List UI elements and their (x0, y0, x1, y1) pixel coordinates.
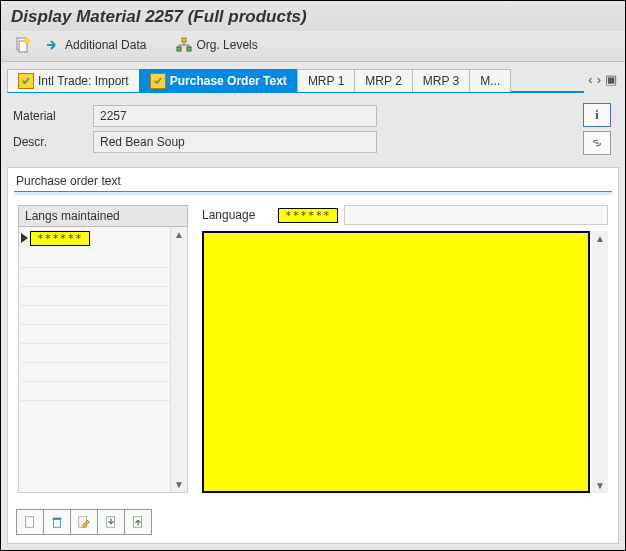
content: Material 2257 Descr. Red Bean Soup i Pur… (1, 93, 625, 550)
new-button[interactable] (11, 35, 35, 55)
tab-mrp-3[interactable]: MRP 3 (412, 69, 470, 92)
table-row[interactable] (19, 325, 170, 344)
langs-header: Langs maintained (18, 205, 188, 227)
page-copy-in-icon (104, 515, 118, 529)
page-icon (23, 515, 37, 529)
svg-rect-3 (182, 38, 186, 42)
language-value: ****** (278, 208, 338, 223)
tab-label: Intl Trade: Import (38, 74, 129, 88)
tabstrip: Intl Trade: Import Purchase Order Text M… (1, 62, 625, 93)
svg-point-2 (24, 38, 30, 44)
table-row[interactable] (19, 344, 170, 363)
header: Display Material 2257 (Full products) (1, 1, 625, 31)
delete-button[interactable] (43, 509, 71, 535)
tab-badge-icon (150, 73, 166, 89)
editor-scrollbar[interactable]: ▲ ▼ (592, 231, 608, 493)
language-label: Language (202, 208, 272, 222)
material-label: Material (13, 109, 93, 123)
table-row[interactable] (19, 268, 170, 287)
svg-rect-8 (53, 518, 62, 520)
descr-value: Red Bean Soup (93, 131, 377, 153)
tab-more[interactable]: M... (469, 69, 511, 92)
app-root: Display Material 2257 (Full products) Ad… (0, 0, 626, 551)
info-button[interactable]: i (583, 103, 611, 127)
scroll-up-icon[interactable]: ▲ (595, 233, 605, 244)
tab-label: MRP 1 (308, 74, 344, 88)
tab-scroll-right[interactable]: › (597, 72, 601, 87)
copy-out-button[interactable] (124, 509, 152, 535)
purchase-order-text-panel: Purchase order text Langs maintained ***… (7, 167, 619, 544)
page-copy-out-icon (131, 515, 145, 529)
table-row[interactable] (19, 382, 170, 401)
edit-icon (77, 515, 91, 529)
additional-data-label: Additional Data (65, 38, 146, 52)
tab-label: MRP 3 (423, 74, 459, 88)
copy-in-button[interactable] (97, 509, 125, 535)
descr-label: Descr. (13, 135, 93, 149)
table-row[interactable] (19, 363, 170, 382)
lang-row[interactable]: ****** (19, 227, 170, 249)
tab-intl-trade-import[interactable]: Intl Trade: Import (7, 69, 140, 92)
text-editor[interactable] (202, 231, 590, 493)
tab-label: M... (480, 74, 500, 88)
panel-title: Purchase order text (8, 168, 618, 191)
tab-badge-icon (18, 73, 34, 89)
toolbar: Additional Data Org. Levels (1, 31, 625, 62)
additional-data-button[interactable]: Additional Data (41, 35, 150, 55)
table-row[interactable] (19, 287, 170, 306)
tab-scroll-left[interactable]: ‹ (588, 72, 592, 87)
langs-scrollbar[interactable]: ▲ ▼ (170, 227, 187, 492)
material-value: 2257 (93, 105, 377, 127)
svg-rect-4 (177, 47, 181, 51)
bottom-toolbar (8, 501, 618, 543)
lang-row-value: ****** (30, 231, 90, 246)
org-levels-label: Org. Levels (196, 38, 257, 52)
table-row[interactable] (19, 249, 170, 268)
org-levels-icon (176, 37, 192, 53)
header-fields: Material 2257 Descr. Red Bean Soup i (7, 97, 619, 161)
tab-nav: ‹ › ▣ (584, 72, 621, 89)
table-row[interactable] (19, 306, 170, 325)
trash-icon (50, 515, 64, 529)
scroll-up-icon[interactable]: ▲ (174, 229, 184, 240)
create-button[interactable] (16, 509, 44, 535)
tab-mrp-1[interactable]: MRP 1 (297, 69, 355, 92)
link-button[interactable] (583, 131, 611, 155)
org-levels-button[interactable]: Org. Levels (172, 35, 261, 55)
tab-label: Purchase Order Text (170, 74, 287, 88)
arrow-right-icon (45, 37, 61, 53)
tab-mrp-2[interactable]: MRP 2 (354, 69, 412, 92)
info-icon: i (595, 108, 598, 123)
svg-rect-5 (187, 47, 191, 51)
edit-button[interactable] (70, 509, 98, 535)
langs-maintained-table: Langs maintained ****** (18, 205, 188, 493)
row-selector-icon (21, 233, 28, 243)
tab-list-button[interactable]: ▣ (605, 72, 617, 87)
text-editor-section: Language ****** ▲ ▼ (202, 205, 608, 493)
svg-rect-6 (26, 517, 34, 528)
new-icon (15, 37, 31, 53)
page-title: Display Material 2257 (Full products) (11, 7, 615, 27)
svg-rect-7 (54, 519, 61, 527)
link-icon (590, 136, 604, 150)
tab-purchase-order-text[interactable]: Purchase Order Text (139, 69, 298, 92)
scroll-down-icon[interactable]: ▼ (595, 480, 605, 491)
scroll-down-icon[interactable]: ▼ (174, 479, 184, 490)
tab-label: MRP 2 (365, 74, 401, 88)
language-extend-field (344, 205, 608, 225)
